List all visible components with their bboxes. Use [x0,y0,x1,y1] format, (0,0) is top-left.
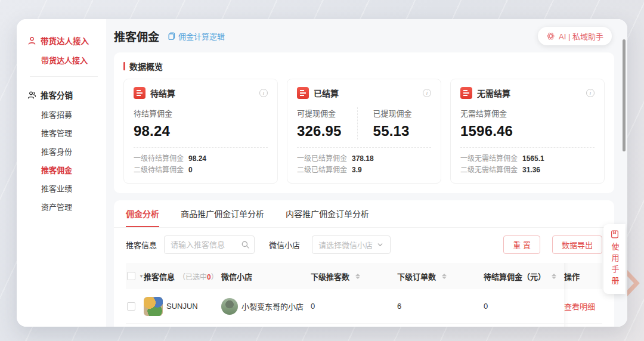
ai-assistant-button[interactable]: AI | 私域助手 [538,27,612,45]
export-button[interactable]: 数据导出 [552,235,602,254]
tab-product-order-analysis[interactable]: 商品推广佣金订单分析 [181,200,264,227]
book-icon [610,230,620,239]
promoter-filter-label: 推客信息 [126,239,157,250]
sort-icon[interactable] [442,274,447,279]
document-icon [168,32,176,40]
card-title: 已结算 [314,87,339,99]
tab-commission-analysis[interactable]: 佣金分析 [126,200,159,227]
selected-note: （已选中0） [178,271,218,281]
search-icon[interactable] [241,240,250,249]
promoter-search-wrap [164,235,255,254]
shop-name: 小裂变东哥的小店 [242,300,304,312]
info-icon[interactable]: i [423,89,431,97]
breakdown-value: 3.9 [352,165,362,176]
data-overview-panel: 数据概览 待结算 i 待结算佣金 98.24 [114,52,614,193]
col-promoter: 推客信息 [144,271,175,282]
breakdown-label: 二级待结算佣金 [134,165,184,176]
sidebar-item-identity[interactable]: 推客身份 [41,147,106,157]
sidebar-item-assets[interactable]: 资产管理 [41,203,106,212]
ai-assistant-label: AI | 私域助手 [559,30,603,42]
shop-select-placeholder: 请选择微信小店 [318,239,373,250]
commission-analysis-panel: 佣金分析 商品推广佣金订单分析 内容推广佣金订单分析 推客信息 微信小店 请选择… [114,200,614,327]
shop-select[interactable]: 请选择微信小店 [312,235,391,254]
sidebar: 带货达人接入 带货达人接入 推客分销 推客招募 推客管理 推客身份 推客佣金 推… [17,19,106,327]
settlement-doc-icon [134,87,145,99]
sidebar-section-title: 推客分销 [41,89,73,101]
select-all-checkbox[interactable] [127,272,135,280]
promoter-avatar [144,297,163,316]
breakdown-value: 98.24 [188,153,206,165]
row-checkbox[interactable] [127,302,135,311]
card-title: 待结算 [150,87,175,99]
card-divider [134,147,268,148]
breakdown-value: 1565.1 [522,153,544,165]
stat-label: 无需结算佣金 [460,107,513,119]
user-manual-label: 使用手册 [610,243,620,288]
col-sub-promoters: 下级推客数 [311,271,349,282]
sidebar-item-live-seller-access[interactable]: 带货达人接入 [41,56,106,66]
shop-avatar [221,298,238,315]
user-manual-tab[interactable]: 使用手册 [603,224,626,294]
sort-icon[interactable] [552,274,556,279]
sub-orders-value: 6 [397,302,401,311]
stat-value: 1596.46 [460,123,513,140]
overview-section-title: 数据概览 [123,60,605,72]
sidebar-section-live-seller[interactable]: 带货达人接入 [27,35,106,46]
breakdown-label: 一级无需结算佣金 [460,153,518,165]
card-no-settlement: 无需结算 i 无需结算佣金 1596.46 一级无需结算佣金1565.1 二级无… [450,79,605,184]
promoter-name: SUNJUN [166,302,198,311]
breakdown-value: 378.18 [352,153,374,165]
card-settled: 已结算 i 可提现佣金 326.95 已提现佣金 55.13 [287,79,441,184]
sidebar-item-performance[interactable]: 推客业绩 [41,184,106,194]
col-shop: 微信小店 [221,271,252,282]
sidebar-section-promoter[interactable]: 推客分销 [27,89,106,101]
stat-value: 55.13 [373,123,412,140]
card-pending-settlement: 待结算 i 待结算佣金 98.24 一级待结算佣金98.24 二级待结算佣金0 [123,79,278,184]
sidebar-divider [30,76,98,77]
breakdown-value: 31.36 [522,165,540,176]
tab-content-order-analysis[interactable]: 内容推广佣金订单分析 [286,200,369,227]
settlement-doc-icon [297,87,309,99]
reset-button[interactable]: 重 置 [503,235,540,254]
main-area: 推客佣金 佣金计算逻辑 AI | 私域助手 数据概 [106,19,627,327]
sub-promoters-value: 0 [311,302,315,311]
table-row: 一口特立独行 M 小裂变团队 0 0 0 查看明细 [126,324,602,327]
person-icon [27,36,36,45]
info-icon[interactable]: i [586,89,595,97]
shop-filter-label: 微信小店 [269,239,300,250]
vertical-scrollbar[interactable] [623,39,626,151]
col-sub-orders: 下级订单数 [397,271,436,282]
stat-label: 可提现佣金 [297,107,342,119]
card-divider [297,147,431,148]
promoter-table: ▼ 推客信息 （已选中0） 微信小店 下级推客数 下级订单数 待结算佣金（元） … [126,263,602,327]
chevron-down-icon [376,241,384,249]
breakdown-label: 二级已结算佣金 [297,165,347,176]
overview-title-text: 数据概览 [129,60,163,72]
table-body: SUNJUN 小裂变东哥的小店 0 6 0 查看明细 [126,289,602,327]
col-pending-commission: 待结算佣金（元） [484,271,546,282]
breakdown-label: 二级无需结算佣金 [460,165,518,176]
card-divider [460,147,595,148]
commission-logic-link[interactable]: 佣金计算逻辑 [168,30,225,42]
card-title: 无需结算 [477,87,510,99]
sort-icon[interactable] [355,274,360,279]
selected-count: 0 [207,273,211,281]
app-window: 带货达人接入 带货达人接入 推客分销 推客招募 推客管理 推客身份 推客佣金 推… [17,19,627,327]
sidebar-item-commission[interactable]: 推客佣金 [41,166,106,175]
sidebar-section-title: 带货达人接入 [41,35,89,46]
info-icon[interactable]: i [259,89,268,97]
page-title: 推客佣金 [114,28,159,44]
table-header-row: ▼ 推客信息 （已选中0） 微信小店 下级推客数 下级订单数 待结算佣金（元） … [126,263,602,289]
breakdown-value: 0 [188,165,193,176]
stat-value: 98.24 [134,123,172,140]
stat-label: 已提现佣金 [373,107,412,119]
sidebar-item-manage[interactable]: 推客管理 [41,129,106,138]
people-icon [27,91,36,100]
view-detail-link[interactable]: 查看明细 [564,300,595,312]
sidebar-item-recruit[interactable]: 推客招募 [41,110,106,120]
table-row: SUNJUN 小裂变东哥的小店 0 6 0 查看明细 [126,289,602,324]
stat-label: 待结算佣金 [134,107,172,119]
commission-logic-label: 佣金计算逻辑 [178,30,225,42]
settlement-doc-icon [460,87,472,99]
select-dropdown-caret[interactable]: ▼ [139,274,144,279]
